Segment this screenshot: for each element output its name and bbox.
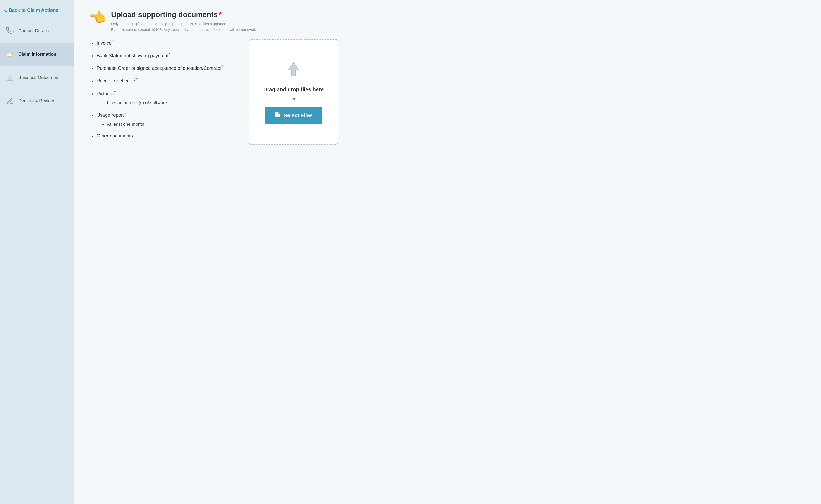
list-item: At least one month <box>102 121 236 128</box>
subtitle: Only jpg, png, gif, zip, doc, docx, ppt,… <box>111 21 256 33</box>
header-text: Upload supporting documents* Only jpg, p… <box>111 10 256 33</box>
list-item: Usage report* At least one month <box>97 111 236 128</box>
sidebar-item-declare-review-label: Declare & Review <box>18 98 54 104</box>
select-files-button[interactable]: Select Files <box>265 107 322 124</box>
select-files-label: Select Files <box>284 113 313 119</box>
sidebar-item-claim-information[interactable]: Claim Information <box>0 43 73 66</box>
list-item: Bank Statement showing payment* <box>97 52 236 59</box>
page-header: 👉 Upload supporting documents* Only jpg,… <box>89 10 805 33</box>
list-item: Other documents <box>97 133 236 139</box>
back-link-label: Back to Claim Actions <box>9 8 58 13</box>
list-item: Licence number(s) of software <box>102 100 236 106</box>
content-area: Invoice* Bank Statement showing payment*… <box>89 39 805 145</box>
sidebar: « Back to Claim Actions Contact Details … <box>0 0 73 504</box>
sidebar-item-contact-details-label: Contact Details <box>18 28 49 34</box>
sidebar-item-business-outcomes-label: Business Outcomes <box>18 75 58 80</box>
page-title: Upload supporting documents* <box>111 10 256 19</box>
list-item: Purchase Order or signed acceptance of q… <box>97 64 236 72</box>
document-list: Invoice* Bank Statement showing payment*… <box>89 39 236 145</box>
svg-point-1 <box>8 54 9 55</box>
list-item: Receipt or cheque* <box>97 77 236 84</box>
svg-point-2 <box>11 53 12 54</box>
sidebar-item-contact-details[interactable]: Contact Details <box>0 19 73 43</box>
drag-drop-text: Drag and drop files here <box>263 87 324 93</box>
main-content: 👉 Upload supporting documents* Only jpg,… <box>73 0 821 504</box>
chart-icon <box>5 73 15 82</box>
pencil-icon <box>5 96 15 106</box>
list-item: Pictures* Licence number(s) of software <box>97 90 236 106</box>
upload-icon <box>283 59 304 80</box>
chevron-left-icon: « <box>4 7 7 13</box>
hand-pointer-icon: 👉 <box>89 9 106 25</box>
sidebar-item-business-outcomes[interactable]: Business Outcomes <box>0 66 73 89</box>
sidebar-item-declare-review[interactable]: Declare & Review <box>0 89 73 113</box>
phone-icon <box>5 26 15 36</box>
file-icon <box>274 112 281 119</box>
list-item: Invoice* <box>97 39 236 46</box>
piggy-bank-icon <box>5 50 15 59</box>
sidebar-item-claim-information-label: Claim Information <box>18 52 56 57</box>
file-drop-zone[interactable]: Drag and drop files here or Select Files <box>249 39 338 145</box>
or-text: or <box>292 97 295 102</box>
back-to-claim-actions-link[interactable]: « Back to Claim Actions <box>0 0 73 19</box>
